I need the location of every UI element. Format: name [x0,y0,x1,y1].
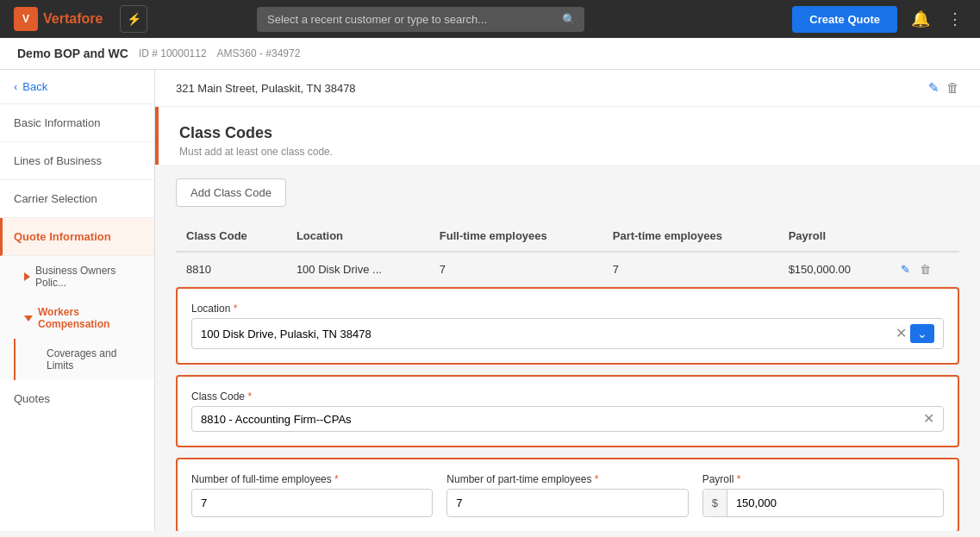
back-chevron-icon: ‹ [14,80,17,93]
project-id: ID # 10000112 [139,47,207,59]
sidebar-sub-item-label: Workers Compensation [38,306,140,330]
cell-class-code: 8810 [176,252,286,287]
col-header-full-time: Full-time employees [429,221,602,252]
sidebar-sub-item-coverages[interactable]: Coverages and Limits [14,339,154,380]
section-header: Class Codes Must add at least one class … [155,107,980,165]
sidebar-sub-item-workers-comp[interactable]: Workers Compensation [0,297,154,339]
logo-icon: V [14,7,38,31]
collapsed-icon [24,272,30,281]
payroll-input-wrap: $ [702,489,944,517]
location-dropdown-button[interactable]: ⌄ [910,324,934,343]
class-code-required-marker: * [247,390,252,403]
class-code-form: Class Code * ✕ [176,375,959,447]
sidebar: ‹ Back Basic Information Lines of Busine… [0,70,155,531]
back-button[interactable]: ‹ Back [0,70,154,104]
class-code-input-wrap: ✕ [191,406,944,432]
address-bar: 321 Main Street, Pulaskit, TN 38478 ✎ 🗑 [155,70,980,107]
class-code-label: Class Code * [191,390,944,403]
payroll-currency-prefix: $ [703,490,727,516]
location-form: Location * ✕ ⌄ [176,287,959,365]
delete-row-icon[interactable]: 🗑 [920,263,931,276]
sidebar-item-label: Carrier Selection [14,192,97,205]
payroll-input[interactable] [727,490,943,516]
cell-location: 100 Disk Drive ... [286,252,429,287]
search-input[interactable] [257,7,584,32]
location-required-marker: * [234,303,238,315]
cell-part-time: 7 [602,252,778,287]
edit-address-icon[interactable]: ✎ [928,80,939,96]
back-label: Back [22,80,47,93]
full-time-input[interactable] [191,489,433,517]
project-title: Demo BOP and WC [17,47,128,60]
sidebar-sub-item-child-label: Coverages and Limits [47,347,116,372]
class-code-clear-icon[interactable]: ✕ [923,412,934,426]
col-header-part-time: Part-time employees [602,221,778,252]
part-time-required-marker: * [595,473,599,485]
part-time-field: Number of part-time employees * [446,473,688,517]
ams-id: AMS360 - #34972 [217,47,301,59]
sidebar-item-lines-of-business[interactable]: Lines of Business [0,142,154,180]
col-header-actions [890,221,959,252]
full-time-required-marker: * [334,473,339,485]
col-header-location: Location [286,221,429,252]
expanded-icon [24,315,33,322]
cell-full-time: 7 [429,252,602,287]
location-input-wrap: ✕ ⌄ [191,318,944,349]
part-time-label: Number of part-time employees * [446,473,688,485]
nav-icon-button[interactable]: ⚡ [120,5,147,33]
sidebar-item-label: Quote Information [14,230,111,243]
cell-actions: ✎ 🗑 [890,252,959,287]
top-navigation: V Vertafore ⚡ 🔍 Create Quote 🔔 ⋮ [0,0,980,38]
menu-icon[interactable]: ⋮ [944,6,966,32]
payroll-field: Payroll * $ [702,473,944,517]
sidebar-item-quote-information[interactable]: Quote Information [0,218,154,256]
sidebar-item-label: Lines of Business [14,154,102,167]
sub-header: Demo BOP and WC ID # 10000112 AMS360 - #… [0,38,980,70]
class-codes-table-wrap: Class Code Location Full-time employees … [155,221,980,287]
address-text: 321 Main Street, Pulaskit, TN 38478 [176,82,356,95]
employee-payroll-fields: Number of full-time employees * Number o… [191,473,944,517]
sidebar-sub-item-business-owners[interactable]: Business Owners Polic... [0,256,154,297]
employee-payroll-form: Number of full-time employees * Number o… [176,458,959,531]
add-class-code-button[interactable]: Add Class Code [176,178,286,207]
col-header-payroll: Payroll [778,221,890,252]
section-title: Class Codes [179,124,959,142]
section-subtitle: Must add at least one class code. [179,146,959,158]
location-label: Location * [191,303,944,315]
full-time-field: Number of full-time employees * [191,473,433,517]
sidebar-bottom-label: Quotes [14,392,50,405]
class-code-input[interactable] [201,413,923,426]
delete-address-icon[interactable]: 🗑 [946,80,959,96]
address-actions: ✎ 🗑 [928,80,959,96]
sidebar-item-basic-information[interactable]: Basic Information [0,104,154,142]
main-layout: ‹ Back Basic Information Lines of Busine… [0,70,980,531]
full-time-label: Number of full-time employees * [191,473,433,485]
location-clear-icon[interactable]: ✕ [896,327,907,340]
notification-icon[interactable]: 🔔 [908,6,933,32]
payroll-required-marker: * [737,473,741,485]
create-quote-button[interactable]: Create Quote [792,6,897,33]
payroll-label: Payroll * [702,473,944,485]
main-content: 321 Main Street, Pulaskit, TN 38478 ✎ 🗑 … [155,70,980,531]
sidebar-item-carrier-selection[interactable]: Carrier Selection [0,180,154,218]
part-time-input[interactable] [446,489,688,517]
class-codes-table: Class Code Location Full-time employees … [176,221,959,287]
sidebar-item-quotes[interactable]: Quotes [0,380,154,417]
sidebar-sub-items: Business Owners Polic... Workers Compens… [0,256,154,380]
search-icon: 🔍 [562,13,576,26]
location-input[interactable] [201,328,892,340]
sidebar-sub-item-label: Business Owners Polic... [35,265,140,289]
edit-row-icon[interactable]: ✎ [901,263,910,276]
col-header-class-code: Class Code [176,221,286,252]
logo-text: Vertafore [43,11,103,27]
search-bar: 🔍 [257,7,584,32]
table-row: 8810 100 Disk Drive ... 7 7 $150,000.00 … [176,252,959,287]
sidebar-item-label: Basic Information [14,116,100,129]
logo: V Vertafore [14,7,103,31]
cell-payroll: $150,000.00 [778,252,890,287]
